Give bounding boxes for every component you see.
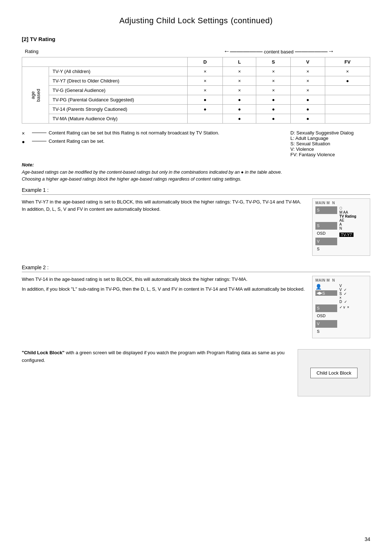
example2-heading: Example 2 :	[22, 265, 370, 272]
tv14-d: ●	[187, 105, 222, 114]
section-heading: [2] TV Rating	[22, 36, 370, 42]
tvma-v: ●	[291, 114, 325, 124]
legend-code-v: V: Violence	[290, 146, 370, 152]
screen-item-s1: S	[315, 206, 337, 214]
legend-section: × Content Rating can be set but this Rat…	[22, 130, 370, 157]
screen-item-v: V	[315, 238, 337, 246]
tvy7-s: ×	[256, 76, 291, 86]
x-symbol: ×	[22, 130, 28, 136]
screen2-right-vvx: ✓ v ×	[339, 305, 367, 309]
col-v: V	[291, 57, 325, 67]
legend-right: D: Sexually Suggestive Dialog L: Adult L…	[290, 130, 370, 157]
tv14-s: ●	[256, 105, 291, 114]
example2-para1: When TV-14 in the age-based rating is se…	[22, 276, 305, 283]
screen2-osd: OSD	[315, 312, 337, 320]
legend-line-x	[32, 133, 46, 133]
legend-line-bullet	[32, 141, 46, 141]
tvpg-s: ●	[256, 95, 291, 105]
example1-paragraph: When TV-Y7 in the age-based rating is se…	[22, 198, 305, 214]
example2-screen-right: V V ✓ S ✓ × D ✓ ✓ v ×	[339, 284, 367, 336]
tvg-fv	[325, 86, 370, 95]
example2-block: Example 2 : When TV-14 in the age-based …	[22, 265, 370, 338]
example1-text: When TV-Y7 in the age-based rating is se…	[22, 198, 305, 214]
screen-right-n: N	[339, 226, 367, 230]
screen2-right-vcheck: V ✓	[339, 288, 367, 292]
tvy7-fv: ●	[325, 76, 370, 86]
screen-tvy7-value: TV-Y7	[339, 233, 354, 237]
tvg-d: ×	[187, 86, 222, 95]
example2-screen-left: 👤 ◀▶ S S OSD V S	[315, 284, 337, 336]
example2-screen: MAIN M N 👤 ◀▶ S S OSD V S	[312, 276, 370, 338]
col-fv: FV	[325, 57, 370, 67]
tvma-fv	[325, 114, 370, 124]
legend-code-s: S: Sexual Situation	[290, 141, 370, 146]
row-tvma: TV-MA (Mature Audience Only)	[49, 114, 187, 124]
example1-screen-right: O M AA TV Rating AE A N TV-Y7	[339, 206, 367, 254]
screen-highlighted-tvy7: TV-Y7	[339, 233, 367, 237]
tvpg-d: ●	[187, 95, 222, 105]
tvy7-v: ×	[291, 76, 325, 86]
child-lock-section: "Child Lock Block" with a green screen w…	[22, 349, 370, 396]
screen2-s: S	[315, 304, 337, 312]
legend-x-item: × Content Rating can be set but this Rat…	[22, 130, 276, 136]
screen-right-ae: AE	[339, 218, 367, 222]
col-l: L	[223, 57, 256, 67]
child-lock-paragraph: "Child Lock Block" with a green screen w…	[22, 349, 287, 364]
child-lock-text: "Child Lock Block" with a green screen w…	[22, 349, 287, 364]
screen-item-s2: S	[315, 222, 337, 230]
rating-label: Rating	[22, 46, 188, 57]
age-based-label: agebased	[22, 67, 49, 124]
tv14-fv	[325, 105, 370, 114]
tvg-v: ×	[291, 86, 325, 95]
row-tvpg: TV-PG (Parental Guidance Suggested)	[49, 95, 187, 105]
col-d: D	[187, 57, 222, 67]
screen2-subrow: ◀▶ S	[315, 290, 337, 296]
child-lock-box: Child Lock Block	[310, 368, 358, 378]
row-tvy: TV-Y (All children)	[49, 67, 187, 76]
screen2-blank	[315, 296, 337, 304]
tvma-l: ●	[223, 114, 256, 124]
tvy-s: ×	[256, 67, 291, 76]
title-text: Adjusting Child Lock Settings	[119, 16, 228, 25]
screen-item-s3: S	[315, 245, 337, 253]
legend-left: × Content Rating can be set but this Rat…	[22, 130, 276, 147]
row-tvy7: TV-Y7 (Direct to Older Children)	[49, 76, 187, 86]
legend-code-fv: FV: Fantasy Violence	[290, 152, 370, 157]
tvma-d	[187, 114, 222, 124]
row-tv14: TV-14 (Parents Strongly Cautioned)	[49, 105, 187, 114]
screen-right-o: O	[339, 206, 367, 210]
example2-content: When TV-14 in the age-based rating is se…	[22, 276, 370, 338]
tvy-fv: ×	[325, 67, 370, 76]
tvg-s: ×	[256, 86, 291, 95]
screen2-v: V	[315, 320, 337, 328]
legend-bullet-text: Content Rating can be set.	[49, 138, 105, 144]
tvpg-v: ●	[291, 95, 325, 105]
bullet-symbol: ●	[22, 139, 28, 145]
screen-right-maa: M AA	[339, 210, 367, 214]
example1-heading: Example 1 :	[22, 187, 370, 195]
example2-screen-layout: 👤 ◀▶ S S OSD V S V V ✓ S	[315, 284, 367, 336]
tv14-l: ●	[223, 105, 256, 114]
screen2-icon: 👤	[315, 284, 337, 290]
note-label: Note:	[22, 162, 34, 167]
legend-x-text: Content Rating can be set but this Ratin…	[49, 130, 219, 136]
screen-item-blank1	[315, 214, 337, 222]
example1-screen: MAIN M N S S OSD V S O M AA TV Rating	[312, 198, 370, 256]
example2-para2: In addition, if you block "L" sub-rating…	[22, 286, 305, 293]
page-title: Adjusting Child Lock Settings (continued…	[22, 15, 370, 26]
tvy-l: ×	[223, 67, 256, 76]
tvy7-d: ×	[187, 76, 222, 86]
tvy-v: ×	[291, 67, 325, 76]
content-based-label: content based	[264, 49, 294, 55]
example1-block: Example 1 : When TV-Y7 in the age-based …	[22, 187, 370, 256]
example1-screen-layout: S S OSD V S O M AA TV Rating AE A N	[315, 206, 367, 254]
screen-right-a: A	[339, 222, 367, 226]
example1-screen-title: MAIN M N	[315, 201, 367, 205]
tvma-s: ●	[256, 114, 291, 124]
legend-code-l: L: Adult Language	[290, 136, 370, 141]
screen-item-osd: OSD	[315, 230, 337, 238]
example2-text: When TV-14 in the age-based rating is se…	[22, 276, 305, 293]
note-section: Note: Age-based ratings can be modified …	[22, 162, 370, 183]
tvg-l: ×	[223, 86, 256, 95]
col-s: S	[256, 57, 291, 67]
